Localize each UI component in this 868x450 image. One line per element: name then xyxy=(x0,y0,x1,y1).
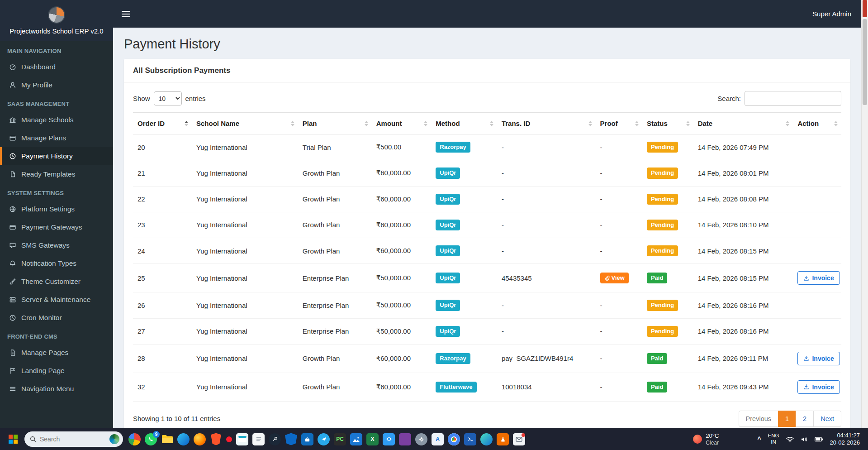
sidebar-item-landing-page[interactable]: Landing Page xyxy=(0,362,113,380)
search-highlight-icon[interactable] xyxy=(109,434,119,444)
app-window-icon[interactable] xyxy=(236,433,248,445)
brand-title: Projectworlds School ERP v2.0 xyxy=(5,27,109,35)
file-explorer-icon[interactable] xyxy=(161,433,173,445)
user-menu[interactable]: Super Admin xyxy=(812,10,851,18)
col-date[interactable]: Date xyxy=(693,113,793,134)
defender-icon[interactable] xyxy=(285,433,297,445)
payments-card: All Subscription Payments Show 10 entrie… xyxy=(124,59,850,428)
wifi-icon[interactable] xyxy=(786,436,794,442)
invoice-button[interactable]: Invoice xyxy=(797,271,840,285)
page-title: Payment History xyxy=(113,28,861,58)
opera-icon[interactable] xyxy=(226,436,232,442)
table-search-input[interactable] xyxy=(745,91,841,106)
invoice-button[interactable]: Invoice xyxy=(797,380,840,394)
sort-icons xyxy=(635,121,639,126)
sidebar-item-my-profile[interactable]: My Profile xyxy=(0,76,113,94)
vscode-icon[interactable] xyxy=(383,433,395,445)
start-button[interactable] xyxy=(4,428,23,450)
pagination-page-2[interactable]: 2 xyxy=(796,411,814,427)
sidebar-item-sms-gateways[interactable]: SMS Gateways xyxy=(0,236,113,254)
volume-icon[interactable] xyxy=(801,436,808,442)
mail-icon[interactable] xyxy=(513,433,525,445)
pycharm-icon[interactable]: PC xyxy=(334,433,346,445)
sidebar-item-payment-history[interactable]: Payment History xyxy=(0,147,113,165)
col-school-name[interactable]: School Name xyxy=(192,113,298,134)
col-action[interactable]: Action xyxy=(793,113,841,134)
plans-icon xyxy=(9,134,16,142)
sidebar-item-manage-pages[interactable]: Manage Pages xyxy=(0,344,113,362)
prompt-glyph-icon xyxy=(467,436,474,442)
pagination-next[interactable]: Next xyxy=(813,411,841,427)
status-badge: Pending xyxy=(647,168,678,178)
firefox-icon[interactable] xyxy=(194,433,206,445)
settings-gear-icon[interactable] xyxy=(415,433,427,445)
pagination-page-1[interactable]: 1 xyxy=(778,411,796,427)
taskbar-search-input[interactable] xyxy=(40,436,99,443)
taskbar: 9 PC X xyxy=(0,428,868,450)
edge-icon[interactable] xyxy=(177,433,190,445)
sidebar-item-navigation-menu[interactable]: Navigation Menu xyxy=(0,380,113,398)
flask-glyph-icon xyxy=(500,436,506,442)
store-icon[interactable] xyxy=(301,433,313,445)
sidebar-item-manage-schools[interactable]: Manage Schools xyxy=(0,111,113,129)
col-order-id[interactable]: Order ID xyxy=(133,113,192,134)
col-trans-id[interactable]: Trans. ID xyxy=(497,113,596,134)
notepad-icon[interactable] xyxy=(252,433,265,445)
chrome-icon[interactable] xyxy=(448,433,460,445)
brand: Projectworlds School ERP v2.0 xyxy=(0,0,113,41)
proof-view-badge[interactable]: View xyxy=(600,273,629,283)
sidebar-item-cron-monitor[interactable]: Cron Monitor xyxy=(0,309,113,327)
dashboard-icon xyxy=(9,63,16,71)
telegram-icon[interactable] xyxy=(318,433,330,445)
gear-glyph-icon xyxy=(418,436,424,442)
sidebar-item-label: Payment Gateways xyxy=(21,223,82,231)
excel-icon[interactable]: X xyxy=(366,433,379,445)
sidebar-item-dashboard[interactable]: Dashboard xyxy=(0,58,113,76)
tray-chevron-up-icon[interactable]: ^ xyxy=(757,436,761,443)
col-status[interactable]: Status xyxy=(642,113,693,134)
windows-logo-icon xyxy=(9,435,18,444)
col-plan[interactable]: Plan xyxy=(298,113,372,134)
taskbar-search[interactable] xyxy=(24,431,123,447)
whatsapp-icon[interactable]: 9 xyxy=(145,433,157,445)
download-icon xyxy=(803,275,809,281)
sidebar-item-theme-customizer[interactable]: Theme Customizer xyxy=(0,273,113,291)
devtools-icon[interactable] xyxy=(399,433,411,445)
sidebar-item-label: Payment History xyxy=(21,152,73,160)
magnifier-icon xyxy=(30,436,36,442)
taskbar-clock[interactable]: 04:41:27 20-02-2026 xyxy=(830,432,860,446)
invoice-button[interactable]: Invoice xyxy=(797,352,840,365)
game-icon[interactable] xyxy=(128,433,141,445)
appium-icon[interactable]: A xyxy=(432,433,444,445)
scrollbar-thumb[interactable] xyxy=(863,19,867,105)
page-length-select[interactable]: 10 xyxy=(154,91,182,105)
col-amount[interactable]: Amount xyxy=(372,113,432,134)
pagination-previous[interactable]: Previous xyxy=(739,411,778,427)
hamburger-icon[interactable] xyxy=(113,0,138,28)
sidebar-item-label: Notification Types xyxy=(21,259,76,268)
sidebar-item-notification-types[interactable]: Notification Types xyxy=(0,254,113,273)
method-badge: UpiQr xyxy=(436,300,460,311)
code-angle-icon xyxy=(386,436,392,442)
powershell-icon[interactable] xyxy=(464,433,476,445)
sidebar-item-platform-settings[interactable]: Platform Settings xyxy=(0,200,113,218)
page-scrollbar[interactable] xyxy=(861,0,868,428)
weather-widget[interactable]: 20°C Clear xyxy=(693,432,719,446)
edge-beta-icon[interactable] xyxy=(480,433,493,445)
language-switcher[interactable]: ENG IN xyxy=(768,433,779,445)
history-icon xyxy=(9,153,16,160)
sidebar-item-ready-templates[interactable]: Ready Templates xyxy=(0,165,113,183)
sidebar-item-label: Landing Page xyxy=(21,367,65,375)
photos-icon[interactable] xyxy=(350,433,362,445)
steam-icon[interactable] xyxy=(269,433,281,445)
col-method[interactable]: Method xyxy=(431,113,497,134)
flask-icon[interactable] xyxy=(497,433,509,445)
sidebar-item-payment-gateways[interactable]: Payment Gateways xyxy=(0,218,113,236)
col-proof[interactable]: Proof xyxy=(596,113,642,134)
sidebar-item-manage-plans[interactable]: Manage Plans xyxy=(0,129,113,147)
sort-icons xyxy=(185,121,188,126)
brave-icon[interactable] xyxy=(210,433,222,445)
sidebar-item-server-maintenance[interactable]: Server & Maintenance xyxy=(0,291,113,309)
battery-icon[interactable] xyxy=(815,437,823,442)
status-badge: Pending xyxy=(647,300,678,311)
